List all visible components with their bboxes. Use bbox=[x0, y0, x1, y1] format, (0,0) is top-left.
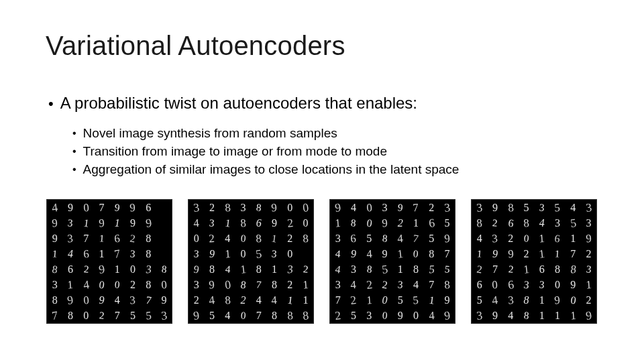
digit-cell: 9 bbox=[345, 246, 361, 261]
digit-cell: 7 bbox=[78, 231, 94, 246]
digit-cell: 8 bbox=[408, 261, 423, 277]
mnist-panel-row: 4907996931919993716281461738862910383140… bbox=[47, 200, 596, 323]
mnist-panel-3: 9403972318092165365847594949108743851855… bbox=[330, 200, 455, 323]
digit-cell: 5 bbox=[424, 231, 439, 246]
digit-cell: 5 bbox=[439, 215, 455, 231]
digit-cell: 0 bbox=[298, 215, 313, 231]
digit-cell: 5 bbox=[392, 292, 408, 308]
bullet-dot: • bbox=[72, 142, 76, 160]
digit-cell: 3 bbox=[579, 198, 598, 217]
digit-cell: 6 bbox=[534, 261, 549, 277]
digit-cell: 3 bbox=[330, 231, 345, 246]
digit-cell: 4 bbox=[330, 246, 346, 262]
digit-cell: 0 bbox=[377, 292, 392, 308]
digit-cell: 7 bbox=[407, 229, 425, 247]
digit-cell: 0 bbox=[518, 231, 534, 247]
digit-cell: 0 bbox=[125, 261, 140, 277]
digit-cell: 5 bbox=[204, 308, 219, 323]
digit-cell: 8 bbox=[62, 308, 78, 323]
digit-cell: 3 bbox=[377, 200, 392, 215]
digit-cell: 6 bbox=[502, 214, 519, 231]
digit-cell: 8 bbox=[234, 276, 252, 293]
digit-cell: 2 bbox=[581, 292, 596, 308]
digit-cell: 0 bbox=[77, 292, 95, 309]
digit-cell: 8 bbox=[251, 261, 266, 277]
digit-cell: 3 bbox=[549, 215, 565, 231]
digit-cell: 2 bbox=[471, 260, 488, 278]
mnist-panel-4: 3985354382684353432016191992117227216883… bbox=[472, 200, 596, 323]
digit-cell: 3 bbox=[189, 246, 205, 262]
digit-cell: 3 bbox=[62, 215, 78, 231]
digit-cell: 5 bbox=[249, 244, 268, 263]
digit-cell: 3 bbox=[534, 277, 550, 293]
main-bullet: • A probabilistic twist on autoencoders … bbox=[48, 94, 417, 114]
digit-cell: 9 bbox=[188, 260, 205, 278]
digit-cell: 9 bbox=[377, 246, 392, 261]
digit-cell: 8 bbox=[156, 261, 172, 278]
digit-cell: 9 bbox=[392, 200, 409, 216]
mnist-panel-2: 3283890043186920024081283910530984181323… bbox=[189, 200, 313, 323]
digit-cell: 2 bbox=[376, 276, 393, 293]
digit-cell: 4 bbox=[360, 245, 378, 263]
digit-cell: 5 bbox=[549, 199, 566, 217]
digit-cell: 5 bbox=[407, 292, 425, 309]
digit-cell bbox=[156, 215, 172, 231]
digit-cell: 9 bbox=[487, 200, 502, 215]
digit-cell: 1 bbox=[549, 246, 566, 262]
digit-cell: 0 bbox=[109, 277, 125, 293]
digit-cell: 3 bbox=[534, 200, 550, 216]
digit-cell: 2 bbox=[297, 261, 313, 278]
digit-cell: 1 bbox=[392, 261, 408, 277]
digit-cell: 9 bbox=[47, 231, 62, 246]
digit-cell: 2 bbox=[124, 229, 142, 247]
digit-cell: 8 bbox=[46, 260, 64, 278]
digit-cell: 3 bbox=[124, 292, 142, 309]
digit-cell: 3 bbox=[517, 276, 535, 293]
digit-cell: 9 bbox=[502, 245, 519, 263]
digit-cell: 7 bbox=[424, 277, 439, 292]
digit-cell: 1 bbox=[298, 292, 313, 308]
digit-cell: 2 bbox=[203, 230, 221, 247]
digit-cell: 8 bbox=[518, 308, 534, 324]
digit-cell: 9 bbox=[46, 215, 64, 232]
digit-cell: 2 bbox=[189, 292, 204, 308]
digit-cell: 9 bbox=[439, 292, 455, 308]
digit-cell: 3 bbox=[140, 261, 157, 278]
digit-cell: 1 bbox=[109, 215, 125, 231]
digit-cell: 9 bbox=[186, 306, 205, 324]
digit-cell: 4 bbox=[62, 246, 78, 261]
digit-cell: 7 bbox=[439, 246, 455, 261]
digit-cell: 0 bbox=[376, 308, 392, 324]
digit-cell bbox=[155, 230, 172, 247]
digit-cell: 0 bbox=[360, 214, 378, 231]
digit-cell: 9 bbox=[487, 246, 502, 261]
digit-cell: 0 bbox=[189, 231, 204, 246]
digit-cell: 3 bbox=[47, 277, 62, 292]
digit-cell: 6 bbox=[549, 229, 566, 247]
digit-cell: 0 bbox=[93, 276, 110, 293]
digit-cell: 8 bbox=[266, 308, 282, 323]
digit-cell: 0 bbox=[360, 199, 378, 217]
digit-cell: 6 bbox=[62, 261, 78, 277]
digit-cell: 6 bbox=[472, 277, 487, 292]
digit-cell: 1 bbox=[47, 246, 63, 262]
digit-cell: 1 bbox=[297, 276, 314, 294]
digit-cell: 9 bbox=[438, 230, 455, 247]
digit-cell: 3 bbox=[235, 200, 251, 215]
digit-cell: 9 bbox=[139, 213, 158, 232]
digit-cell: 9 bbox=[376, 215, 393, 232]
mnist-panel-1: 4907996931919993716281461738862910383140… bbox=[47, 200, 172, 323]
digit-cell: 4 bbox=[251, 292, 266, 308]
digit-cell: 5 bbox=[519, 200, 534, 215]
digit-cell: 8 bbox=[502, 199, 519, 217]
slide-title: Variational Autoencoders bbox=[46, 31, 345, 61]
digit-cell: 4 bbox=[188, 215, 205, 232]
digit-cell: 3 bbox=[437, 198, 456, 217]
digit-cell: 0 bbox=[78, 308, 94, 323]
digit-cell: 0 bbox=[235, 231, 251, 247]
digit-cell: 9 bbox=[204, 246, 219, 261]
digit-cell: 2 bbox=[280, 213, 299, 232]
digit-cell: 8 bbox=[296, 306, 315, 324]
digit-cell: 3 bbox=[486, 230, 504, 247]
digit-cell: 0 bbox=[282, 246, 298, 261]
